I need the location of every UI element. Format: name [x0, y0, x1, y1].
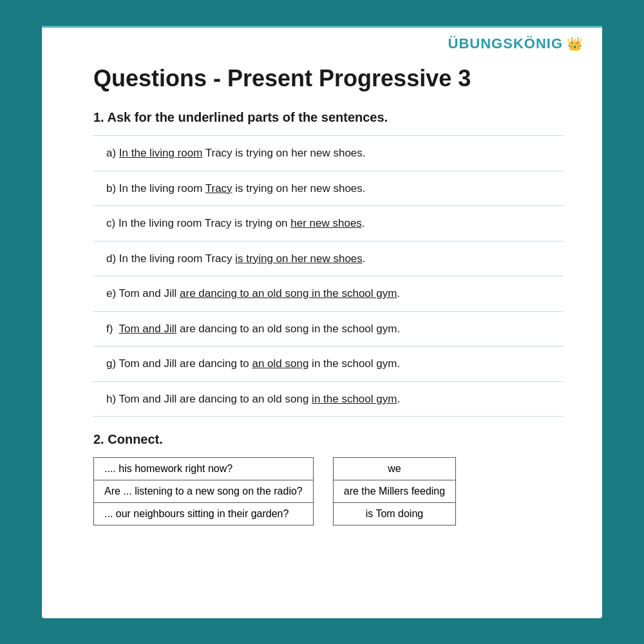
section-2: 2. Connect. .... his homework right now?…: [93, 432, 564, 526]
table-row: are the Millers feeding: [333, 480, 455, 503]
sentence-row-e: e) Tom and Jill are dancing to an old so…: [93, 276, 564, 312]
header: ÜBUNGSKÖNIG 👑: [42, 28, 602, 52]
label-h: h) Tom and Jill are dancing to an old so…: [106, 393, 312, 405]
label-e: e) Tom and Jill: [106, 287, 180, 299]
page-title: Questions - Present Progressive 3: [93, 65, 564, 92]
underline-d: is trying on her new shoes: [235, 252, 363, 265]
sentence-row-c: c) In the living room Tracy is trying on…: [93, 206, 564, 242]
underline-g: an old song: [252, 357, 308, 370]
table-row: .... his homework right now?: [94, 458, 314, 480]
left-cell-2: Are ... listening to a new song on the r…: [94, 480, 314, 503]
left-cell-1: .... his homework right now?: [94, 458, 314, 480]
table-row: we: [333, 458, 455, 480]
exercise-items: a) In the living room Tracy is trying on…: [93, 135, 564, 417]
left-table: .... his homework right now? Are ... lis…: [93, 457, 314, 526]
right-cell-2: are the Millers feeding: [333, 480, 455, 503]
left-cell-3: ... our neighbours sitting in their gard…: [94, 503, 314, 526]
rest-c: .: [362, 217, 365, 229]
rest-h: .: [397, 393, 400, 405]
logo-crown: 👑: [567, 36, 583, 52]
underline-c: her new shoes: [290, 217, 362, 229]
rest-g: in the school gym.: [308, 357, 400, 370]
sentence-row-h: h) Tom and Jill are dancing to an old so…: [93, 382, 564, 417]
connect-tables: .... his homework right now? Are ... lis…: [93, 457, 564, 526]
section1-instruction: Ask for the underlined parts of the sent…: [108, 110, 388, 124]
table-row: Are ... listening to a new song on the r…: [94, 480, 314, 503]
underline-b: Tracy: [205, 182, 232, 194]
label-g: g) Tom and Jill are dancing to: [106, 357, 252, 370]
label-d: d) In the living room Tracy: [106, 252, 235, 265]
section2-instruction: Connect.: [108, 432, 163, 446]
logo-text: ÜBUNGSKÖNIG: [448, 35, 563, 52]
rest-e: .: [397, 287, 400, 299]
sentence-row-d: d) In the living room Tracy is trying on…: [93, 242, 564, 277]
right-cell-3: is Tom doing: [333, 503, 455, 526]
label-a: a): [106, 147, 119, 159]
right-table: we are the Millers feeding is Tom doing: [333, 457, 456, 526]
section2-title: 2. Connect.: [93, 432, 564, 447]
right-cell-1: we: [333, 458, 455, 480]
sentence-row-b: b) In the living room Tracy is trying on…: [93, 171, 564, 207]
table-row: is Tom doing: [333, 503, 455, 526]
section-1: 1. Ask for the underlined parts of the s…: [93, 110, 564, 417]
rest-f: are dancing to an old song in the school…: [176, 323, 400, 335]
underline-h: in the school gym: [312, 393, 397, 405]
underline-a: In the living room: [119, 147, 202, 159]
sentence-row-f: f) Tom and Jill are dancing to an old so…: [93, 312, 564, 347]
content: Questions - Present Progressive 3 1. Ask…: [42, 52, 602, 538]
logo: ÜBUNGSKÖNIG 👑: [448, 35, 583, 52]
rest-b: is trying on her new shoes.: [232, 182, 366, 194]
table-row: ... our neighbours sitting in their gard…: [94, 503, 314, 526]
section2-label: 2.: [93, 432, 104, 446]
rest-d: .: [363, 252, 366, 265]
rest-a: Tracy is trying on her new shoes.: [202, 147, 365, 159]
sentence-row-a: a) In the living room Tracy is trying on…: [93, 135, 564, 171]
label-c: c) In the living room Tracy is trying on: [106, 217, 290, 229]
label-f: f): [106, 323, 119, 335]
section1-title: 1. Ask for the underlined parts of the s…: [93, 110, 564, 125]
section1-label: 1.: [93, 110, 104, 124]
underline-e: are dancing to an old song in the school…: [180, 287, 397, 299]
underline-f: Tom and Jill: [119, 323, 177, 335]
page-container: ÜBUNGSKÖNIG 👑 Questions - Present Progre…: [42, 26, 602, 618]
sentence-row-g: g) Tom and Jill are dancing to an old so…: [93, 346, 564, 382]
label-b: b) In the living room: [106, 182, 205, 194]
